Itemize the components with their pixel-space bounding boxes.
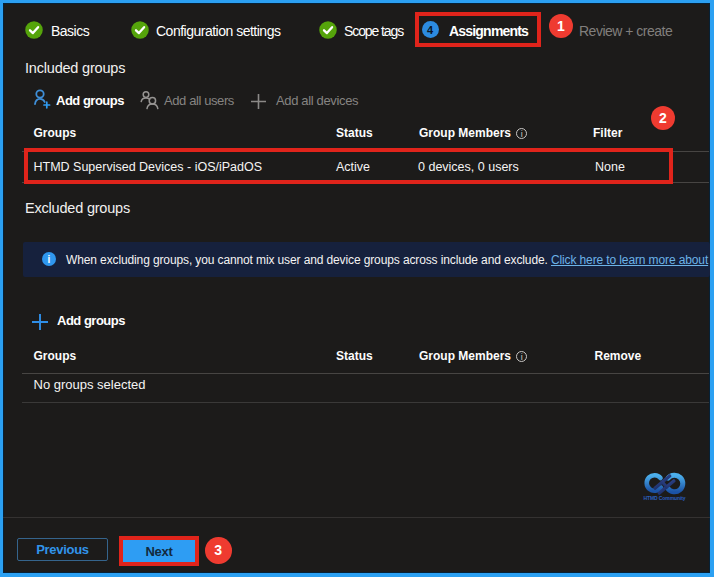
- svg-text:HTMD Community: HTMD Community: [644, 495, 686, 501]
